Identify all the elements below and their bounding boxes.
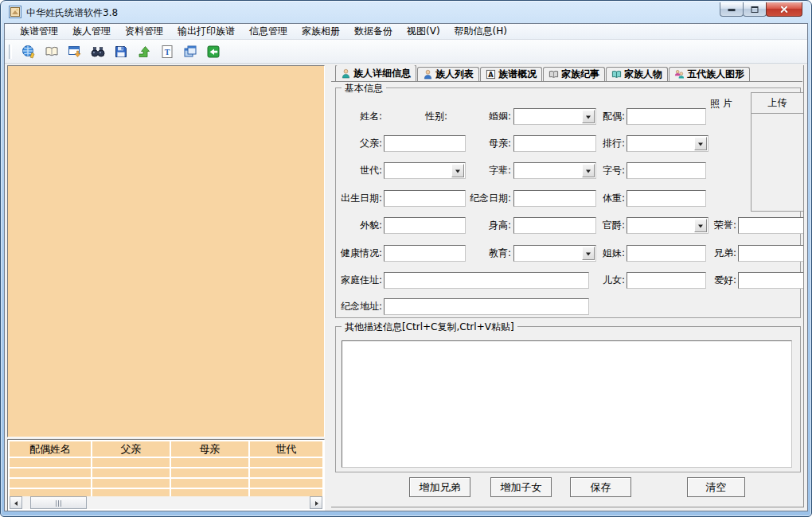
horizontal-scrollbar[interactable] bbox=[10, 496, 322, 509]
save-button[interactable]: 保存 bbox=[570, 477, 631, 497]
birth-date-input[interactable] bbox=[384, 190, 466, 207]
toolbar-save-button[interactable] bbox=[114, 44, 130, 60]
minimize-button[interactable] bbox=[720, 2, 744, 17]
health-label: 健康情况: bbox=[336, 245, 382, 262]
memorial-address-label: 纪念地址: bbox=[336, 298, 382, 315]
health-input[interactable] bbox=[384, 245, 466, 262]
svg-text:A: A bbox=[488, 71, 494, 79]
floppy-save-icon bbox=[114, 45, 128, 59]
teal-book-icon bbox=[611, 69, 622, 80]
tab-label: 家族纪事 bbox=[561, 68, 599, 81]
gray-book-icon bbox=[548, 69, 559, 80]
spouse-table-panel: 配偶姓名 父亲 母亲 世代 bbox=[7, 439, 325, 511]
tab-member-list[interactable]: 族人列表 bbox=[417, 67, 479, 81]
home-address-label: 家庭住址: bbox=[336, 272, 382, 289]
person-detail-icon bbox=[341, 68, 351, 79]
education-label: 教育: bbox=[467, 245, 511, 262]
binoculars-icon bbox=[91, 45, 105, 59]
toolbar-exit-button[interactable] bbox=[206, 44, 222, 60]
titlebar[interactable]: 中华姓氏统谱软件3.8 bbox=[1, 1, 811, 23]
tab-member-details[interactable]: 族人详细信息 bbox=[335, 65, 416, 81]
upload-button[interactable]: 上传 bbox=[751, 93, 803, 114]
table-row[interactable] bbox=[10, 467, 322, 477]
font-document-icon: T bbox=[160, 45, 174, 59]
column-header-mother[interactable]: 母亲 bbox=[171, 441, 250, 457]
column-header-spouse-name[interactable]: 配偶姓名 bbox=[10, 441, 92, 457]
menu-item-data-backup[interactable]: 数据备份 bbox=[347, 23, 400, 40]
tab-family-figures[interactable]: 家族人物 bbox=[606, 67, 668, 81]
rank-combobox[interactable] bbox=[627, 135, 709, 152]
menu-item-info-management[interactable]: 信息管理 bbox=[242, 23, 295, 40]
generation-name-label: 字辈: bbox=[467, 162, 511, 179]
appearance-input[interactable] bbox=[384, 217, 466, 234]
table-cell bbox=[250, 479, 322, 488]
toolbar-import-button[interactable] bbox=[68, 44, 84, 60]
menu-item-help[interactable]: 帮助信息(H) bbox=[447, 23, 514, 40]
memorial-date-label: 纪念日期: bbox=[462, 190, 511, 207]
table-row[interactable] bbox=[10, 477, 322, 488]
courtesy-name-input[interactable] bbox=[627, 162, 706, 179]
menu-item-material-management[interactable]: 资料管理 bbox=[118, 23, 170, 40]
add-child-button[interactable]: 增加子女 bbox=[490, 477, 552, 497]
brothers-input[interactable] bbox=[738, 245, 804, 262]
add-brother-button[interactable]: 增加兄弟 bbox=[409, 477, 470, 497]
tab-label: 家族人物 bbox=[624, 68, 662, 81]
table-cell bbox=[250, 458, 322, 467]
window-controls bbox=[720, 2, 802, 17]
father-input[interactable] bbox=[384, 135, 466, 152]
rank-value bbox=[630, 138, 693, 150]
birth-date-label: 出生日期: bbox=[336, 190, 382, 207]
open-book-icon bbox=[45, 45, 59, 59]
chevron-down-icon[interactable] bbox=[694, 137, 707, 150]
table-cell bbox=[10, 458, 92, 467]
scroll-left-button[interactable] bbox=[10, 496, 22, 509]
honor-label: 荣誉: bbox=[693, 217, 736, 234]
toolbar-font-button[interactable]: T bbox=[160, 44, 176, 60]
menu-item-view[interactable]: 视图(V) bbox=[400, 23, 447, 40]
toolbar-grip bbox=[9, 45, 12, 59]
toolbar-globe-button[interactable] bbox=[21, 44, 37, 60]
toolbar-up-level-button[interactable] bbox=[137, 44, 153, 60]
toolbar-open-book-button[interactable] bbox=[45, 44, 61, 60]
courtesy-name-label: 字号: bbox=[581, 162, 625, 179]
app-window: 中华姓氏统谱软件3.8 族谱管理 族人管理 资料管理 输出打印族谱 信息管理 家… bbox=[0, 0, 812, 517]
column-header-father[interactable]: 父亲 bbox=[92, 441, 171, 457]
brothers-label: 兄弟: bbox=[693, 245, 736, 262]
scroll-right-button[interactable] bbox=[310, 496, 322, 509]
column-header-generation[interactable]: 世代 bbox=[250, 441, 322, 457]
toolbar-windows-button[interactable] bbox=[183, 44, 199, 60]
close-button[interactable] bbox=[766, 2, 802, 17]
table-cell bbox=[250, 468, 322, 477]
menu-item-genealogy-management[interactable]: 族谱管理 bbox=[13, 23, 65, 40]
menu-item-print-genealogy[interactable]: 输出打印族谱 bbox=[170, 23, 242, 40]
memorial-address-input[interactable] bbox=[384, 298, 589, 315]
home-address-input[interactable] bbox=[384, 272, 589, 289]
photo-label: 照 片 bbox=[710, 97, 732, 111]
five-generation-people-icon bbox=[674, 69, 685, 80]
honor-input[interactable] bbox=[738, 217, 804, 234]
tab-five-generation-chart[interactable]: 五代族人图形 bbox=[669, 67, 750, 81]
generation-name-value bbox=[517, 165, 580, 177]
table-cell bbox=[92, 468, 171, 477]
spouse-input[interactable] bbox=[627, 108, 706, 125]
person-list-icon bbox=[423, 69, 433, 80]
maximize-button[interactable] bbox=[743, 2, 767, 17]
right-arrow-icon bbox=[315, 501, 318, 506]
generation-combobox[interactable] bbox=[384, 162, 466, 179]
marriage-value bbox=[517, 111, 580, 123]
chevron-down-icon[interactable] bbox=[451, 164, 464, 177]
scrollbar-thumb[interactable] bbox=[30, 496, 87, 509]
table-row[interactable] bbox=[10, 457, 322, 467]
menu-item-member-management[interactable]: 族人管理 bbox=[65, 23, 118, 40]
hobbies-input[interactable] bbox=[738, 272, 804, 289]
clear-button[interactable]: 清空 bbox=[687, 477, 745, 497]
weight-input[interactable] bbox=[627, 190, 706, 207]
tab-family-chronicle[interactable]: 家族纪事 bbox=[543, 67, 605, 81]
menu-item-family-album[interactable]: 家族相册 bbox=[295, 23, 347, 40]
family-tree-canvas[interactable] bbox=[7, 65, 325, 437]
tab-genealogy-overview[interactable]: A 族谱概况 bbox=[480, 67, 542, 81]
toolbar-search-button[interactable] bbox=[91, 44, 107, 60]
tab-strip: 族人详细信息 族人列表 A 族谱概况 家族纪事 家族人物 bbox=[331, 67, 802, 82]
gender-label: 性别: bbox=[404, 108, 447, 125]
other-description-textarea[interactable] bbox=[342, 340, 792, 468]
